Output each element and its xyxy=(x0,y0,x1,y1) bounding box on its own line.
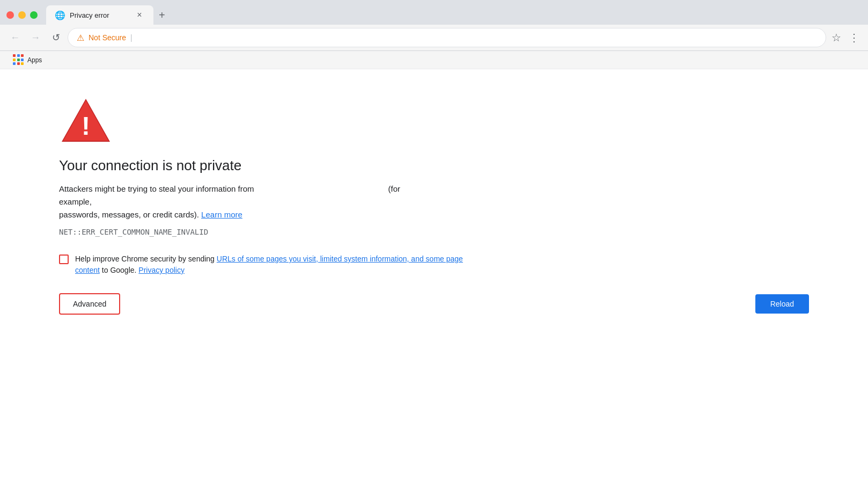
reload-button[interactable]: Reload xyxy=(755,294,809,314)
privacy-checkbox-label: Help improve Chrome security by sending … xyxy=(75,253,477,276)
checkbox-label-post: to Google. xyxy=(102,266,137,274)
error-description: Attackers might be trying to steal your … xyxy=(59,183,435,221)
address-separator: | xyxy=(130,33,133,42)
privacy-checkbox[interactable] xyxy=(59,255,69,264)
error-desc-part3: passwords, messages, or credit cards). xyxy=(59,210,199,219)
active-tab[interactable]: 🌐 Privacy error × xyxy=(46,5,153,25)
tab-bar: 🌐 Privacy error × + xyxy=(46,5,862,25)
close-window-button[interactable] xyxy=(6,11,14,19)
address-bar[interactable]: ⚠ Not Secure | xyxy=(68,28,826,47)
button-row: Advanced Reload xyxy=(59,293,809,315)
apps-bookmark[interactable]: Apps xyxy=(9,52,46,68)
privacy-policy-link[interactable]: Privacy policy xyxy=(138,266,185,274)
error-code: NET::ERR_CERT_COMMON_NAME_INVALID xyxy=(59,228,809,236)
error-title: Your connection is not private xyxy=(59,157,809,174)
error-desc-part1: Attackers might be trying to steal your … xyxy=(59,184,254,193)
not-secure-label: Not Secure xyxy=(89,33,126,42)
svg-text:!: ! xyxy=(82,112,90,140)
checkbox-label-pre: Help improve Chrome security by sending xyxy=(75,255,215,263)
bookmark-star-button[interactable]: ☆ xyxy=(829,29,843,46)
warning-triangle-icon: ! xyxy=(59,96,113,144)
new-tab-button[interactable]: + xyxy=(156,6,168,25)
maximize-window-button[interactable] xyxy=(30,11,38,19)
learn-more-link[interactable]: Learn more xyxy=(201,210,242,219)
forward-button[interactable]: → xyxy=(27,29,44,46)
not-secure-icon: ⚠ xyxy=(77,33,84,43)
page-content: ! Your connection is not private Attacke… xyxy=(0,69,868,487)
privacy-checkbox-row: Help improve Chrome security by sending … xyxy=(59,253,477,276)
window-controls xyxy=(6,11,38,19)
minimize-window-button[interactable] xyxy=(18,11,26,19)
warning-triangle-container: ! xyxy=(59,96,809,144)
advanced-button[interactable]: Advanced xyxy=(59,293,120,315)
bookmarks-bar: Apps xyxy=(0,51,868,69)
browser-window: 🌐 Privacy error × + ← → ↺ ⚠ Not Secure |… xyxy=(0,0,868,487)
back-button[interactable]: ← xyxy=(6,29,24,46)
apps-label: Apps xyxy=(27,56,42,64)
tab-globe-icon: 🌐 xyxy=(55,10,65,20)
tab-close-button[interactable]: × xyxy=(134,10,145,20)
reload-nav-button[interactable]: ↺ xyxy=(47,29,64,46)
chrome-menu-button[interactable]: ⋮ xyxy=(847,29,862,46)
tab-title: Privacy error xyxy=(70,11,130,19)
apps-grid-icon xyxy=(13,54,24,66)
title-bar: 🌐 Privacy error × + xyxy=(0,0,868,25)
address-bar-row: ← → ↺ ⚠ Not Secure | ☆ ⋮ xyxy=(0,25,868,51)
